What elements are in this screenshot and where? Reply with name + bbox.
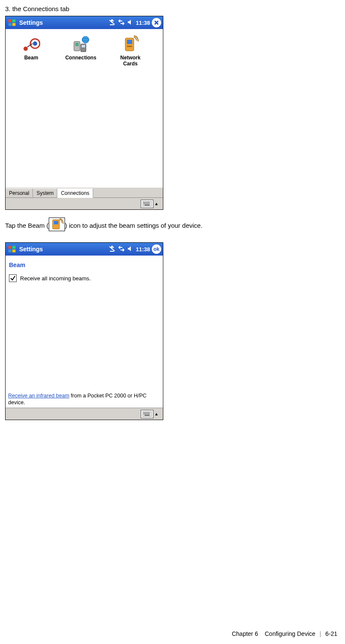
icon-connections[interactable]: Connections (59, 34, 102, 61)
icon-label: Network (109, 55, 152, 61)
footer-chapter: Chapter 6 (232, 630, 258, 637)
receive-beams-row[interactable]: Receive all incoming beams. (9, 274, 160, 282)
clock-time[interactable]: 11:38 (136, 20, 150, 26)
svg-rect-25 (147, 202, 148, 203)
svg-rect-19 (127, 40, 132, 44)
beam-instruction-line: Tap the Beam ( ) icon to adjust the beam… (5, 218, 340, 232)
keyboard-icon[interactable] (141, 200, 153, 208)
checkbox-icon[interactable] (9, 274, 17, 282)
clock-time[interactable]: 11:38 (136, 246, 150, 253)
svg-rect-38 (12, 250, 16, 253)
sip-bar: ▲ (6, 197, 163, 209)
svg-rect-20 (127, 46, 132, 47)
beam-text-before: Tap the Beam ( (5, 222, 49, 229)
svg-rect-2 (9, 23, 12, 26)
svg-rect-3 (12, 23, 16, 26)
svg-rect-0 (9, 20, 12, 23)
svg-rect-36 (12, 246, 16, 249)
footer-page-num: 6-21 (325, 630, 337, 637)
svg-rect-17 (82, 45, 85, 47)
sip-arrow-icon[interactable]: ▲ (154, 201, 159, 206)
svg-rect-49 (146, 414, 147, 415)
svg-rect-42 (144, 412, 144, 413)
ok-button[interactable]: ok (152, 244, 161, 254)
svg-rect-22 (144, 202, 144, 203)
icon-label: Connections (59, 55, 102, 61)
svg-marker-5 (128, 20, 131, 25)
svg-rect-29 (146, 203, 147, 204)
network-cards-icon (109, 34, 152, 54)
svg-rect-27 (144, 203, 144, 204)
page-footer: Chapter 6 Configuring Device | 6-21 (232, 630, 337, 637)
svg-rect-26 (149, 202, 150, 203)
receive-ir-link[interactable]: Receive an infrared beam (8, 393, 69, 399)
svg-point-12 (82, 36, 89, 43)
titlebar: Settings 11:38 (6, 16, 163, 29)
volume-icon[interactable] (127, 19, 133, 26)
svg-rect-37 (9, 250, 12, 253)
svg-rect-1 (12, 20, 16, 23)
inline-beam-icon (49, 218, 65, 231)
app-title: Settings (19, 19, 43, 26)
tab-system[interactable]: System (33, 188, 57, 197)
icon-label: Beam (10, 55, 53, 61)
footer-separator: | (319, 630, 321, 637)
svg-rect-51 (149, 414, 150, 415)
beam-icon (10, 34, 53, 54)
svg-rect-32 (144, 205, 150, 206)
connections-icon (59, 34, 102, 54)
svg-rect-43 (145, 412, 146, 413)
tab-strip: Personal System Connections (6, 187, 163, 197)
content-area: Beam Receive all incoming beams. Receive… (6, 256, 163, 408)
svg-point-9 (33, 41, 37, 46)
page-title: Beam (9, 262, 160, 268)
signal-icon[interactable] (109, 245, 115, 253)
sip-arrow-icon[interactable]: ▲ (154, 412, 159, 416)
titlebar: Settings 11:38 ok (6, 243, 163, 256)
svg-rect-30 (147, 203, 148, 204)
svg-rect-44 (146, 412, 147, 413)
tab-personal[interactable]: Personal (6, 188, 33, 197)
icon-network-cards[interactable]: Network Cards (109, 34, 152, 67)
volume-icon[interactable] (127, 246, 133, 253)
svg-rect-34 (54, 221, 58, 224)
svg-rect-28 (145, 203, 146, 204)
icon-label-line2: Cards (109, 61, 152, 67)
tab-connections[interactable]: Connections (57, 188, 93, 198)
keyboard-icon[interactable] (141, 410, 153, 418)
svg-point-10 (24, 47, 28, 51)
icon-beam[interactable]: Beam (10, 34, 53, 61)
svg-rect-24 (146, 202, 147, 203)
beam-text-after: ) icon to adjust the beam settings of yo… (65, 222, 203, 229)
svg-rect-50 (147, 414, 148, 415)
sync-icon[interactable] (118, 19, 125, 27)
signal-icon[interactable] (109, 19, 115, 27)
checkbox-label: Receive all incoming beams. (20, 275, 91, 282)
svg-rect-15 (75, 43, 79, 46)
heading-text: 3. the Connections tab (5, 5, 340, 12)
svg-rect-45 (147, 412, 148, 413)
sip-bar: ▲ (6, 408, 163, 420)
close-icon[interactable] (152, 18, 161, 27)
footer-title: Configuring Device (265, 630, 315, 637)
ir-beam-text: Receive an infrared beam from a Pocket P… (8, 392, 160, 406)
svg-rect-35 (9, 246, 12, 249)
svg-rect-23 (145, 202, 146, 203)
windows-flag-icon[interactable] (7, 244, 17, 254)
sync-icon[interactable] (118, 245, 125, 253)
svg-rect-46 (149, 412, 150, 413)
screenshot-settings-connections: Settings 11:38 (5, 16, 163, 210)
app-title: Settings (19, 246, 43, 253)
svg-rect-31 (149, 203, 150, 204)
svg-marker-40 (128, 246, 131, 251)
svg-rect-52 (144, 415, 150, 416)
windows-flag-icon[interactable] (7, 18, 17, 27)
content-area: Beam Connections (6, 29, 163, 187)
screenshot-beam-settings: Settings 11:38 ok Beam Receive all incom… (5, 242, 163, 420)
svg-rect-48 (145, 414, 146, 415)
svg-rect-47 (144, 414, 144, 415)
